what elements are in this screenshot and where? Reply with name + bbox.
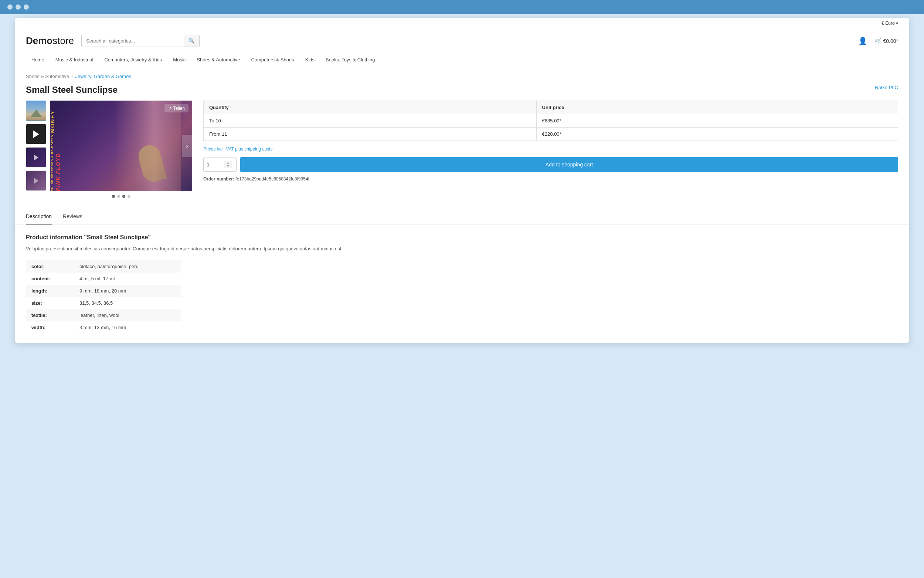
thumbnail-4[interactable] <box>26 170 46 191</box>
spec-row-size: size: 31,5, 34,5, 36,5 <box>26 297 181 309</box>
price-qty-2: From 11 <box>204 128 537 141</box>
nav-item-music-industrial[interactable]: Music & Industrial <box>50 52 99 68</box>
carousel-dot-4[interactable] <box>128 195 131 198</box>
thumbnail-list <box>26 101 46 198</box>
price-table-qty-header: Quantity <box>204 101 537 114</box>
nav-item-books-toys[interactable]: Books, Toys & Clothing <box>320 52 380 68</box>
quantity-input[interactable]: ▲ ▼ <box>203 157 236 172</box>
carousel-dot-3[interactable] <box>122 195 125 198</box>
spec-val-textile: leather, linen, wool <box>74 309 181 321</box>
spec-key-textile: textile: <box>26 309 74 321</box>
floyd-text: FLOYD <box>55 153 61 174</box>
carousel-dot-2[interactable] <box>117 195 120 198</box>
image-nav-right[interactable]: › <box>182 135 192 157</box>
thumbnail-1[interactable] <box>26 101 46 121</box>
nav-item-music[interactable]: Music <box>167 52 191 68</box>
add-to-cart-button[interactable]: Add to shopping cart <box>240 157 898 172</box>
money-text: MONEY <box>50 110 55 133</box>
spec-row-length: length: 9 mm, 18 mm, 20 mm <box>26 285 181 297</box>
search-input[interactable] <box>82 35 184 47</box>
browser-chrome <box>0 0 924 14</box>
nav-item-kids[interactable]: Kids <box>300 52 320 68</box>
spec-key-length: length: <box>26 285 74 297</box>
price-qty-1: To 10 <box>204 114 537 128</box>
breadcrumb-parent[interactable]: Shoes & Automotive <box>26 74 69 79</box>
price-row-1: To 10 €685.00* <box>204 114 898 128</box>
add-to-cart-row: ▲ ▼ Add to shopping cart <box>203 157 898 172</box>
logo-bold: Demo <box>26 35 52 46</box>
product-tabs: Description Reviews <box>15 209 909 225</box>
price-val-2: €220.00* <box>536 128 898 141</box>
product-header: Small Steel Sunclipse Ratke PLC <box>15 81 909 101</box>
site-header: Demostore 🔍 👤 🛒 €0.00* <box>15 29 909 52</box>
spec-row-textile: textile: leather, linen, wool <box>26 309 181 321</box>
order-number-label: Order number: <box>203 176 234 182</box>
carousel-dots <box>50 195 192 198</box>
user-icon[interactable]: 👤 <box>858 37 867 45</box>
breadcrumb-current[interactable]: Jewelry, Garden & Games <box>75 74 131 79</box>
qty-down-arrow[interactable]: ▼ <box>227 165 230 168</box>
dot-red <box>7 5 13 10</box>
share-icon: ↗ <box>168 106 172 111</box>
top-bar: € Euro ▾ <box>15 18 909 29</box>
search-bar: 🔍 <box>81 35 200 47</box>
nav-item-shoes-automotive[interactable]: Shoes & Automotive <box>191 52 245 68</box>
nav-item-computers-jewelry[interactable]: Computers, Jewelry & Kids <box>99 52 167 68</box>
spec-row-color: color: oldlace, paleturquoise, peru <box>26 260 181 273</box>
brand-link[interactable]: Ratke PLC <box>875 85 898 90</box>
breadcrumb: Shoes & Automotive › Jewelry, Garden & G… <box>15 68 909 81</box>
price-table-price-header: Unit price <box>536 101 898 114</box>
tab-description[interactable]: Description <box>26 209 52 224</box>
cart-button[interactable]: 🛒 €0.00* <box>875 38 898 44</box>
logo[interactable]: Demostore <box>26 35 74 47</box>
quantity-spinner[interactable]: ▲ ▼ <box>224 161 232 168</box>
thumbnail-2[interactable] <box>26 124 46 144</box>
product-main: PULSE RESTORED & RE-EDITED MONEY PINK FL… <box>15 101 909 209</box>
dot-green <box>24 5 29 10</box>
vat-note[interactable]: Prices incl. VAT plus shipping costs <box>203 146 898 152</box>
spec-key-size: size: <box>26 297 74 309</box>
pulse-text: PULSE RESTORED & RE-EDITED <box>51 135 54 191</box>
tab-reviews[interactable]: Reviews <box>63 209 83 224</box>
price-row-2: From 11 €220.00* <box>204 128 898 141</box>
carousel-dot-1[interactable] <box>112 195 115 198</box>
browser-dots <box>7 5 29 10</box>
currency-selector[interactable]: € Euro ▾ <box>882 21 898 26</box>
main-image: PULSE RESTORED & RE-EDITED MONEY PINK FL… <box>50 101 192 191</box>
quantity-field[interactable] <box>204 158 224 171</box>
spec-row-width: width: 3 mm, 13 mm, 16 mm <box>26 321 181 334</box>
thumb-play-icon-2 <box>34 154 39 161</box>
spec-val-color: oldlace, paleturquoise, peru <box>74 260 181 273</box>
product-title: Small Steel Sunclipse <box>26 85 118 95</box>
product-gallery: PULSE RESTORED & RE-EDITED MONEY PINK FL… <box>26 101 192 198</box>
qty-up-arrow[interactable]: ▲ <box>227 161 230 164</box>
thumb-play-icon <box>33 130 39 138</box>
product-image-bg: PULSE RESTORED & RE-EDITED MONEY PINK FL… <box>50 101 192 191</box>
pink-text: PINK <box>55 176 61 191</box>
spec-key-width: width: <box>26 321 74 334</box>
spec-key-content: content: <box>26 273 74 285</box>
browser-window: € Euro ▾ Demostore 🔍 👤 🛒 €0.00* Home Mus… <box>15 18 909 343</box>
spec-key-color: color: <box>26 260 74 273</box>
price-val-1: €685.00* <box>536 114 898 128</box>
order-number: Order number: fe173ba29bad4e5c8058342fe8… <box>203 176 898 182</box>
search-icon: 🔍 <box>188 38 195 44</box>
spec-val-width: 3 mm, 13 mm, 16 mm <box>74 321 181 334</box>
product-description: Voluptas praesentium sit molestias conse… <box>26 245 898 253</box>
order-number-value: fe173ba29bad4e5c8058342fe8f9954f <box>235 176 309 182</box>
share-button[interactable]: ↗ Teilen <box>165 104 188 112</box>
spec-row-content: content: 4 ml, 5 ml, 17 ml <box>26 273 181 285</box>
spec-val-length: 9 mm, 18 mm, 20 mm <box>74 285 181 297</box>
cart-amount: €0.00* <box>884 38 898 44</box>
nav-item-home[interactable]: Home <box>26 52 50 68</box>
breadcrumb-separator: › <box>71 74 73 79</box>
spec-val-size: 31,5, 34,5, 36,5 <box>74 297 181 309</box>
share-label: Teilen <box>173 106 185 111</box>
cart-icon: 🛒 <box>875 38 881 44</box>
thumb-play-icon-3 <box>34 178 39 184</box>
search-button[interactable]: 🔍 <box>184 35 199 47</box>
product-info: Product information "Small Steel Sunclip… <box>15 225 909 343</box>
product-info-title: Product information "Small Steel Sunclip… <box>26 234 898 241</box>
nav-item-computers-shoes[interactable]: Computers & Shoes <box>245 52 299 68</box>
thumbnail-3[interactable] <box>26 147 46 167</box>
